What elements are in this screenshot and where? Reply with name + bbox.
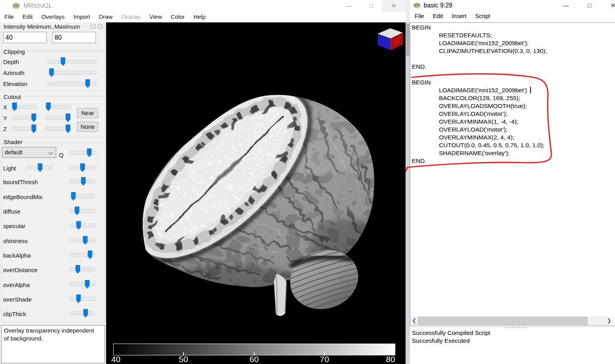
brain-render bbox=[106, 22, 406, 364]
backAlpha-label: backAlpha bbox=[3, 252, 31, 259]
cutout-x-slider-2[interactable] bbox=[46, 102, 71, 111]
splitter-grip bbox=[505, 327, 529, 328]
backAlpha-slider[interactable] bbox=[70, 251, 95, 259]
shader-label: Shader bbox=[2, 139, 24, 145]
specular-label: specular bbox=[3, 223, 26, 229]
intensity-label: Intensity Minimum..Maximum bbox=[2, 23, 81, 30]
overShade-label: overShade bbox=[3, 296, 32, 303]
boundThresh-slider[interactable] bbox=[70, 177, 95, 186]
help-text: Overlay transparency independent of back… bbox=[4, 327, 94, 342]
minimize-button[interactable]: — bbox=[340, 0, 358, 12]
specular-slider[interactable] bbox=[70, 221, 95, 230]
script-window-title: basic 9:29 bbox=[424, 2, 452, 9]
cutout-x-slider-1[interactable] bbox=[12, 102, 37, 111]
overAlpha-slider[interactable] bbox=[70, 280, 95, 289]
cutout-z-slider-1[interactable] bbox=[12, 124, 37, 133]
scroll-right-arrow[interactable]: ❯ bbox=[606, 316, 613, 325]
near-button[interactable]: Near bbox=[77, 108, 98, 118]
script-titlebar[interactable]: basic 9:29 — □ ✕ bbox=[410, 0, 615, 11]
cutout-label: Cutout bbox=[2, 93, 22, 100]
q-label: Q bbox=[59, 152, 64, 158]
menu-help[interactable]: Help bbox=[193, 12, 206, 20]
status-line-2: Succesfully Executed bbox=[412, 337, 615, 345]
light-slider-1[interactable] bbox=[27, 163, 53, 172]
colorbar-label-70: 70 bbox=[320, 355, 329, 364]
intensity-checkbox-1[interactable] bbox=[91, 24, 95, 29]
window-title: MRIcroGL bbox=[24, 2, 52, 9]
elevation-label: Elevation bbox=[3, 80, 28, 87]
scrollbar-thumb[interactable] bbox=[418, 316, 587, 325]
close-button[interactable]: ✕ bbox=[385, 0, 403, 12]
script-menu-file[interactable]: File bbox=[415, 11, 424, 19]
status-area: Successfully Compiled Script Succesfully… bbox=[410, 328, 615, 364]
mricrogl-window: MRIcroGL — □ ✕ File Edit Overlays Import… bbox=[0, 0, 406, 364]
script-close-button[interactable]: ✕ bbox=[605, 0, 615, 11]
intensity-max-input[interactable] bbox=[52, 32, 96, 43]
menu-view[interactable]: View bbox=[149, 12, 162, 20]
none-button[interactable]: None bbox=[77, 122, 98, 132]
light-slider-2[interactable] bbox=[70, 163, 95, 172]
shininess-label: shininess bbox=[3, 238, 28, 244]
script-maximize-button[interactable]: □ bbox=[582, 0, 597, 11]
edgeBoundMix-slider[interactable] bbox=[70, 192, 95, 201]
light-label: Light bbox=[3, 165, 16, 172]
script-menu-script[interactable]: Script bbox=[475, 11, 490, 19]
intensity-checkbox-2[interactable] bbox=[98, 24, 103, 29]
maximize-button[interactable]: □ bbox=[362, 0, 380, 12]
diffuse-slider[interactable] bbox=[70, 207, 95, 215]
script-menubar: File Edit Insert Script bbox=[410, 11, 615, 22]
menu-color[interactable]: Color bbox=[171, 12, 185, 20]
app-brain-icon bbox=[12, 2, 20, 10]
horizontal-scrollbar[interactable]: ❮ ❯ bbox=[411, 316, 613, 325]
edgeBoundMix-label: edgeBoundMix bbox=[3, 194, 42, 200]
depth-label: Depth bbox=[3, 59, 19, 65]
overShade-slider[interactable] bbox=[70, 294, 95, 303]
clipThick-label: clipThick bbox=[3, 311, 26, 317]
menu-overlays[interactable]: Overlays bbox=[41, 12, 64, 20]
cutout-y-slider-2[interactable] bbox=[46, 113, 71, 122]
status-line-1: Successfully Compiled Script bbox=[412, 329, 615, 337]
elevation-slider[interactable] bbox=[48, 79, 97, 88]
diffuse-label: diffuse bbox=[3, 208, 20, 215]
overDistance-slider[interactable] bbox=[70, 265, 95, 274]
control-panel: Intensity Minimum..Maximum Clipping Dept… bbox=[0, 22, 106, 364]
depth-slider[interactable] bbox=[48, 57, 97, 66]
intensity-min-input[interactable] bbox=[3, 32, 47, 43]
clipThick-slider[interactable] bbox=[70, 309, 95, 318]
menu-import[interactable]: Import bbox=[73, 12, 90, 20]
menu-edit[interactable]: Edit bbox=[22, 12, 33, 20]
menu-draw[interactable]: Draw bbox=[99, 12, 112, 20]
cutout-y-slider-1[interactable] bbox=[12, 113, 37, 122]
script-brain-icon bbox=[413, 2, 421, 9]
shader-dropdown[interactable]: default bbox=[2, 147, 56, 158]
azimuth-label: Azimuth bbox=[3, 70, 24, 76]
colorbar-label-50: 50 bbox=[179, 355, 188, 364]
q-slider[interactable] bbox=[70, 148, 95, 157]
scroll-left-arrow[interactable]: ❮ bbox=[411, 316, 418, 325]
colorbar-label-60: 60 bbox=[250, 355, 259, 364]
cutout-z-label: Z bbox=[3, 126, 7, 132]
gap-scrollbar-thumb bbox=[406, 24, 409, 56]
overDistance-label: overDistance bbox=[3, 267, 38, 273]
help-text-box: Overlay transparency independent of back… bbox=[1, 325, 105, 363]
boundThresh-label: boundThresh bbox=[3, 179, 38, 185]
menu-display[interactable]: Display bbox=[121, 12, 141, 20]
script-minimize-button[interactable]: — bbox=[558, 0, 574, 11]
window-gap-strip-top bbox=[406, 0, 410, 22]
shininess-slider[interactable] bbox=[70, 236, 95, 245]
menu-file[interactable]: File bbox=[4, 12, 14, 20]
render-viewport[interactable]: 40 50 60 70 80 bbox=[106, 22, 406, 364]
azimuth-slider[interactable] bbox=[48, 68, 97, 77]
overAlpha-label: overAlpha bbox=[3, 282, 30, 288]
cutout-x-label: X bbox=[3, 104, 7, 110]
cutout-y-label: Y bbox=[3, 115, 7, 121]
script-menu-insert[interactable]: Insert bbox=[452, 11, 466, 19]
cutout-z-slider-2[interactable] bbox=[46, 124, 71, 133]
clipping-label: Clipping bbox=[2, 48, 26, 55]
titlebar[interactable]: MRIcroGL — □ ✕ bbox=[0, 0, 406, 12]
colorbar-label-80: 80 bbox=[386, 355, 395, 364]
menubar: File Edit Overlays Import Draw Display V… bbox=[0, 12, 406, 22]
orientation-cube bbox=[375, 26, 403, 51]
script-menu-edit[interactable]: Edit bbox=[433, 11, 443, 19]
annotation-red-circle bbox=[406, 59, 615, 177]
